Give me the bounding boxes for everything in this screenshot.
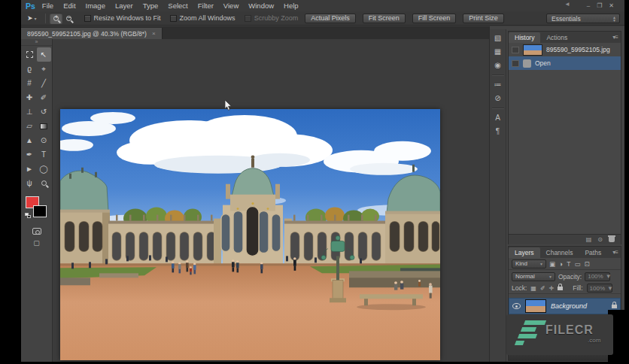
layer-row-background[interactable]: Background [509, 298, 621, 314]
zoom-all-windows-checkbox[interactable]: Zoom All Windows [170, 14, 235, 22]
fill-screen-button[interactable]: Fill Screen [412, 14, 457, 23]
new-snapshot-icon[interactable]: ⊙ [597, 236, 603, 243]
styles-panel-icon[interactable]: ▦ [494, 47, 501, 56]
background-color-swatch[interactable] [33, 205, 47, 217]
image-panel-icon[interactable]: ▧ [494, 34, 501, 42]
history-snapshot-row[interactable]: 895590_59952105.jpg [509, 43, 621, 56]
filter-shape-layers-icon[interactable]: ▭ [574, 260, 580, 268]
chevron-down-icon: ▾ [35, 16, 37, 21]
lock-pixels-icon[interactable]: ✐ [540, 285, 545, 292]
menu-filter[interactable]: Filter [198, 2, 214, 10]
open-image-zwinger-palace[interactable] [60, 109, 440, 360]
panel-menu-icon[interactable]: ▾≡ [612, 34, 618, 41]
document-tab[interactable]: 895590_59952105.jpg @ 40.3% (RGB/8*) × [21, 28, 163, 39]
menu-help[interactable]: Help [284, 2, 299, 10]
close-button[interactable]: ✕ [609, 0, 614, 11]
fit-screen-button[interactable]: Fit Screen [363, 14, 406, 23]
layer-filter-dropdown[interactable]: Kind ▼ [512, 259, 546, 268]
opacity-input[interactable]: 100% ▼ [585, 272, 610, 281]
tab-paths[interactable]: Paths [579, 247, 607, 258]
lock-all-icon[interactable] [558, 287, 563, 290]
menu-layer[interactable]: Layer [115, 2, 133, 10]
fill-input[interactable]: 100% ▼ [587, 284, 612, 293]
tab-close-icon[interactable]: × [152, 30, 156, 37]
tab-layers[interactable]: Layers [509, 247, 540, 258]
healing-brush-tool[interactable]: ✚ [23, 90, 37, 105]
brush-tool[interactable]: ✐ [37, 90, 51, 105]
history-source-checkbox[interactable] [512, 47, 519, 53]
panel-menu-icon[interactable]: ▾≡ [612, 249, 618, 256]
print-size-button[interactable]: Print Size [463, 14, 504, 23]
eyedropper-tool[interactable]: ╱ [37, 76, 51, 90]
timeline-panel-icon[interactable]: ⊘ [494, 94, 500, 102]
restore-button[interactable]: ❐ [597, 0, 602, 11]
quick-selection-tool[interactable]: ⌖ [37, 62, 51, 76]
filter-adjustment-layers-icon[interactable]: ◑ [559, 260, 563, 268]
filecr-logo-icon [512, 319, 545, 350]
checkbox-label: Resize Windows to Fit [94, 14, 161, 22]
menu-edit[interactable]: Edit [63, 2, 75, 10]
divider [492, 74, 504, 75]
path-selection-icon: ► [26, 165, 33, 173]
document-tab-bar: 895590_59952105.jpg @ 40.3% (RGB/8*) × [21, 26, 489, 39]
menu-type[interactable]: Type [143, 2, 159, 10]
updown-arrows-icon: ▲▼ [612, 16, 619, 22]
history-state-open-row[interactable]: Open [509, 56, 621, 70]
back-arrow-icon: ◄ [564, 1, 570, 8]
tab-actions[interactable]: Actions [540, 32, 573, 43]
blend-mode-dropdown[interactable]: Normal ▼ [512, 272, 555, 281]
lasso-tool[interactable]: ϱ [23, 62, 37, 76]
history-brush-tool[interactable]: ↺ [37, 105, 51, 119]
collapse-arrows-icon[interactable]: » [21, 39, 52, 46]
brush-icon: ✐ [41, 93, 47, 102]
lock-transparency-icon[interactable]: ▦ [530, 285, 536, 292]
filter-pixel-layers-icon[interactable]: ▣ [549, 260, 555, 268]
pen-tool[interactable]: ✒ [23, 147, 37, 162]
dodge-tool[interactable]: ⊙ [37, 133, 51, 147]
blur-tool[interactable]: ▲ [23, 133, 37, 147]
type-tool[interactable]: T [37, 147, 51, 162]
paragraph-styles-panel-icon[interactable]: ≔ [494, 80, 502, 89]
path-selection-tool[interactable]: ► [23, 162, 37, 176]
quick-mask-icon[interactable] [32, 228, 41, 235]
tool-preset-picker[interactable]: ➤ ▾ [27, 14, 37, 22]
paragraph-panel-icon[interactable]: ¶ [496, 127, 500, 135]
hand-tool[interactable]: ψ [23, 176, 37, 190]
resize-windows-to-fit-checkbox[interactable]: Resize Windows to Fit [84, 14, 161, 22]
lock-position-icon[interactable]: ✛ [549, 285, 555, 292]
filter-type-layers-icon[interactable]: T [567, 260, 570, 268]
minimize-button[interactable]: – [587, 0, 590, 11]
eraser-tool[interactable]: ▱ [23, 119, 37, 133]
clone-stamp-tool[interactable]: ⊥ [23, 105, 37, 119]
zoom-out-mode-button[interactable]: – [62, 13, 75, 24]
menu-window[interactable]: Window [248, 2, 274, 10]
layer-thumbnail[interactable] [525, 299, 546, 313]
layer-visibility-eye-icon[interactable] [512, 303, 521, 309]
clone-source-panel-icon[interactable]: ◉ [494, 61, 501, 69]
default-colors-icon[interactable] [25, 213, 32, 219]
zoom-in-mode-button[interactable]: + [50, 13, 62, 24]
move-tool[interactable]: ↖ [37, 47, 51, 62]
new-document-from-state-icon[interactable]: ▤ [586, 236, 592, 243]
options-bar: ➤ ▾ + – Resize Windows to Fit Zoom All W… [21, 11, 624, 26]
menu-file[interactable]: File [42, 2, 53, 10]
zoom-tool[interactable] [37, 176, 51, 190]
shape-tool[interactable]: ◯ [37, 162, 51, 176]
character-panel-icon[interactable]: A [495, 114, 500, 122]
title-bar: Ps File Edit Image Layer Type Select Fil… [21, 0, 624, 11]
rectangular-marquee-tool[interactable] [23, 47, 37, 62]
workspace-switcher[interactable]: Essentials ▲▼ [546, 14, 620, 23]
actual-pixels-button[interactable]: Actual Pixels [305, 14, 356, 23]
delete-state-icon[interactable] [609, 237, 615, 242]
tab-history[interactable]: History [509, 32, 540, 43]
chevron-down-icon: ▼ [607, 285, 613, 292]
tab-channels[interactable]: Channels [540, 247, 579, 258]
menu-select[interactable]: Select [168, 2, 187, 10]
history-source-checkbox[interactable] [512, 60, 519, 67]
menu-image[interactable]: Image [86, 2, 105, 10]
crop-tool[interactable]: # [23, 76, 37, 90]
menu-view[interactable]: View [223, 2, 239, 10]
gradient-tool[interactable] [37, 119, 51, 133]
screen-mode-icon[interactable]: ▢ [33, 239, 40, 247]
filter-smart-objects-icon[interactable]: ⊡ [584, 260, 589, 268]
